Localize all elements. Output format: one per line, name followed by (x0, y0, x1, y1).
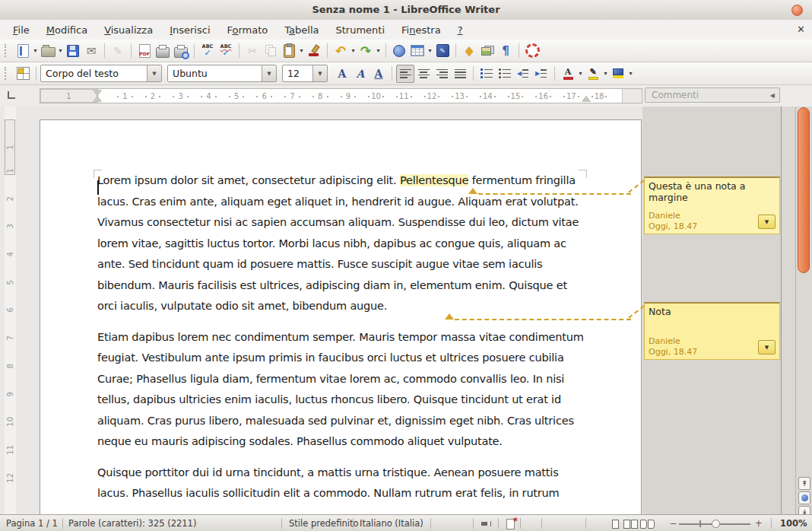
menu-item[interactable]: ? (449, 24, 471, 36)
window-close-button[interactable] (791, 5, 803, 16)
menu-item[interactable]: Finestra (393, 24, 449, 36)
page-style-status[interactable]: Stile predefinito (289, 518, 358, 529)
paragraph-style-dropdown[interactable]: ▼ (147, 65, 161, 81)
table-dropdown[interactable]: ▾ (427, 47, 433, 54)
print-preview-button[interactable] (172, 42, 190, 60)
page[interactable]: Lorem ipsum dolor sit amet, consectetur … (40, 119, 642, 514)
font-color-dropdown[interactable]: ▾ (577, 70, 584, 77)
draw-functions-button[interactable]: ✎ (433, 42, 452, 60)
paragraph-style-value[interactable]: Corpo del testo (41, 68, 147, 79)
italic-button[interactable]: A (351, 65, 370, 83)
menu-item[interactable]: Visualizza (96, 24, 161, 36)
open-dropdown[interactable]: ▾ (57, 47, 64, 54)
note-text[interactable]: Questa è una nota a margine (649, 180, 776, 203)
email-button[interactable]: ✉ (82, 42, 100, 60)
menu-item[interactable]: Inserisci (161, 24, 218, 36)
justify-button[interactable] (451, 65, 469, 83)
align-right-button[interactable] (433, 65, 451, 83)
font-size-dropdown[interactable]: ▼ (312, 65, 327, 81)
font-color-button[interactable]: A (559, 65, 577, 83)
zoom-in-button[interactable]: + (755, 518, 763, 529)
align-center-button[interactable] (414, 65, 433, 83)
insert-table-button[interactable] (408, 42, 427, 60)
menu-item[interactable]: File (5, 24, 38, 36)
title-bar[interactable]: Senza nome 1 - LibreOffice Writer (0, 0, 812, 21)
undo-dropdown[interactable]: ▾ (350, 47, 357, 54)
formatting-marks-button[interactable]: ¶ (496, 42, 515, 60)
note-menu-button[interactable]: ▼ (758, 340, 776, 355)
auto-spellcheck-button[interactable]: ABC✓ (217, 42, 235, 60)
menu-item[interactable]: Modifica (38, 24, 96, 36)
decrease-indent-button[interactable]: ◀ (514, 65, 532, 83)
insert-mode-indicator[interactable] (481, 521, 492, 526)
redo-button[interactable]: ↷ (357, 42, 375, 60)
menu-item[interactable]: Formato (219, 24, 277, 36)
underline-button[interactable]: A (370, 65, 388, 83)
word-count-status[interactable]: Parole (caratteri): 325 (2211) (68, 518, 196, 529)
left-indent-marker[interactable] (93, 96, 102, 102)
navigator-button[interactable]: ◆ (460, 42, 478, 60)
bullet-list-button[interactable] (496, 65, 514, 83)
cut-button[interactable]: ✂ (243, 42, 262, 60)
font-name-value[interactable]: Ubuntu (168, 68, 262, 79)
paragraph-style-combo[interactable]: Corpo del testo ▼ (40, 65, 162, 82)
background-color-button[interactable] (609, 65, 627, 83)
multi-page-view-button[interactable] (623, 520, 638, 529)
right-indent-marker[interactable] (582, 96, 591, 102)
increase-indent-button[interactable]: ▶ (532, 65, 550, 83)
note-text[interactable]: Nota (649, 306, 776, 317)
margin-note-1[interactable]: Questa è una nota a margine Daniele Oggi… (644, 176, 780, 234)
export-pdf-button[interactable]: PDF (135, 42, 154, 60)
clone-formatting-button[interactable] (305, 42, 323, 60)
horizontal-ruler[interactable]: 1 123456789101112131415161718 (40, 88, 642, 103)
toolbar-grip[interactable] (5, 67, 9, 80)
font-size-combo[interactable]: 12 ▼ (282, 65, 328, 82)
edit-mode-button[interactable]: ✎ (109, 42, 127, 60)
navigation-button[interactable] (798, 491, 810, 504)
hyperlink-button[interactable] (390, 42, 408, 60)
styles-button[interactable] (14, 65, 32, 83)
copy-button[interactable] (262, 42, 280, 60)
language-status[interactable]: Italiano (Italia) (360, 518, 423, 529)
align-left-button[interactable] (396, 65, 414, 83)
book-view-button[interactable] (640, 520, 655, 529)
undo-button[interactable]: ↶ (331, 42, 350, 60)
paragraph-3[interactable]: Quisque porttitor dui id urna tincidunt,… (97, 463, 588, 504)
menu-item[interactable]: Strumenti (328, 24, 394, 36)
help-button[interactable] (523, 42, 541, 60)
zoom-out-button[interactable]: − (670, 518, 677, 529)
gallery-button[interactable] (478, 42, 496, 60)
document-text[interactable]: Lorem ipsum dolor sit amet, consectetur … (97, 170, 588, 514)
spelling-button[interactable]: ABC✓ (198, 42, 217, 60)
close-document-icon[interactable]: ✕ (797, 24, 805, 35)
highlight-color-button[interactable]: ✎ (584, 65, 602, 83)
next-page-button[interactable]: ↡ (798, 506, 810, 514)
open-button[interactable] (39, 42, 57, 60)
paste-dropdown[interactable]: ▾ (298, 47, 305, 54)
note-menu-button[interactable]: ▼ (758, 215, 776, 229)
zoom-level-status[interactable]: 100% (780, 518, 807, 529)
redo-dropdown[interactable]: ▾ (375, 47, 382, 54)
page-number-status[interactable]: Pagina 1 / 1 (6, 518, 58, 529)
save-button[interactable] (64, 42, 82, 60)
vertical-ruler[interactable]: 1 123456789101112 (5, 107, 16, 514)
highlight-dropdown[interactable]: ▾ (602, 70, 609, 77)
vertical-scrollbar-thumb[interactable] (798, 107, 810, 273)
zoom-slider-handle[interactable] (712, 520, 720, 528)
font-name-combo[interactable]: Ubuntu ▼ (167, 65, 277, 82)
bold-button[interactable]: A (333, 65, 351, 83)
comments-header-button[interactable]: Commenti ◀ (645, 87, 780, 103)
print-button[interactable] (154, 42, 172, 60)
toolbar-grip[interactable] (5, 44, 9, 57)
menu-item[interactable]: Tabella (276, 24, 327, 36)
single-page-view-button[interactable] (612, 520, 619, 529)
tab-stop-type-selector[interactable] (8, 91, 15, 99)
background-color-dropdown[interactable]: ▾ (627, 70, 634, 77)
new-document-dropdown[interactable]: ▾ (32, 47, 39, 54)
document-modified-indicator[interactable]: * (506, 519, 515, 529)
paste-button[interactable] (280, 42, 298, 60)
font-size-value[interactable]: 12 (283, 68, 312, 79)
margin-note-2[interactable]: Nota Daniele Oggi, 18.47 ▼ (644, 302, 780, 360)
comment-anchor-highlight[interactable]: Pellentesque (400, 174, 468, 186)
paragraph-2[interactable]: Etiam dapibus lorem nec condimentum semp… (97, 327, 588, 453)
